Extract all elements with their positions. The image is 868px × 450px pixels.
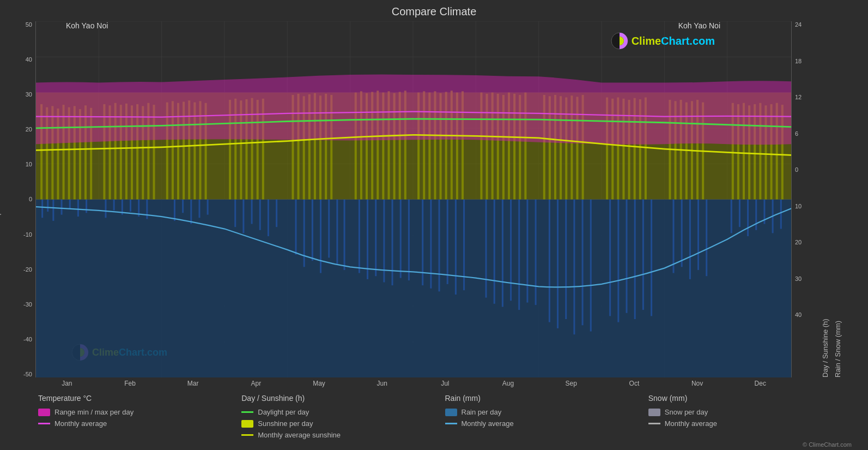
svg-rect-83 — [582, 200, 584, 326]
y-tick-30: 30 — [26, 91, 32, 98]
legend-item-temp-avg: Monthly average — [38, 419, 241, 428]
y-tick-40: 40 — [26, 56, 32, 63]
svg-rect-30 — [52, 200, 54, 221]
svg-rect-42 — [182, 200, 184, 213]
legend-label-daylight: Daylight per day — [258, 408, 309, 416]
svg-rect-38 — [130, 200, 131, 212]
svg-rect-75 — [510, 200, 512, 301]
svg-rect-80 — [557, 200, 559, 328]
svg-rect-68 — [439, 200, 440, 292]
chart-title: Compare Climate — [5, 5, 863, 18]
chart-wrapper: Temperature °C 50 40 30 20 10 0 -10 -20 … — [5, 21, 863, 387]
svg-rect-88 — [634, 200, 636, 320]
legend-title-snow: Snow (mm) — [648, 394, 852, 403]
legend-line-snow-avg — [648, 423, 660, 424]
legend-label-sunshine: Sunshine per day — [258, 419, 313, 428]
svg-rect-72 — [485, 200, 487, 298]
legend-line-temp-avg — [38, 423, 50, 424]
chart-inner: Koh Yao Noi Koh Yao Noi ClimeChart.com — [35, 21, 792, 377]
y-tick-m40: -40 — [23, 336, 32, 343]
svg-rect-56 — [328, 200, 330, 258]
month-oct: Oct — [603, 377, 666, 387]
svg-rect-87 — [626, 200, 627, 313]
svg-rect-47 — [242, 200, 244, 233]
month-jun: Jun — [350, 377, 414, 387]
svg-rect-64 — [400, 200, 402, 278]
legend-label-sunshine-avg: Monthly average sunshine — [258, 431, 341, 439]
svg-rect-45 — [207, 200, 209, 215]
svg-rect-84 — [590, 200, 592, 332]
y-tick-r40: 40 — [795, 311, 819, 318]
svg-rect-74 — [502, 200, 503, 307]
y-tick-r20: 20 — [795, 239, 819, 245]
month-feb: Feb — [99, 377, 162, 387]
month-jan: Jan — [35, 377, 99, 387]
legend-label-snow-avg: Monthly average — [665, 419, 717, 428]
month-mar: Mar — [161, 377, 224, 387]
svg-rect-57 — [336, 200, 338, 264]
svg-rect-34 — [86, 200, 87, 213]
x-axis-row: Jan Feb Mar Apr May Jun Jul Aug Sep Oct … — [35, 377, 792, 387]
y-axis-right-label1: Day / Sunshine (h) — [819, 21, 831, 377]
svg-rect-58 — [344, 200, 345, 270]
svg-rect-40 — [146, 200, 148, 219]
svg-rect-41 — [174, 200, 175, 221]
y-axis-left-label: Temperature °C — [0, 178, 1, 228]
svg-rect-35 — [105, 200, 106, 218]
chart-svg — [36, 21, 791, 377]
svg-rect-28 — [41, 200, 43, 218]
y-tick-r18: 18 — [795, 58, 819, 64]
svg-rect-96 — [731, 200, 732, 233]
svg-rect-49 — [259, 200, 261, 230]
svg-rect-78 — [535, 200, 537, 305]
svg-rect-29 — [47, 200, 48, 212]
svg-rect-32 — [69, 200, 71, 209]
svg-rect-94 — [697, 200, 699, 270]
svg-rect-52 — [295, 200, 296, 255]
svg-rect-86 — [617, 200, 619, 322]
svg-rect-33 — [77, 200, 79, 217]
svg-rect-51 — [276, 200, 277, 227]
legend-line-daylight — [241, 411, 253, 413]
svg-rect-95 — [706, 200, 707, 277]
y-axis-right-container: 24 18 12 6 0 10 20 30 40 Day / Sunshine … — [792, 21, 863, 377]
legend-area: Temperature °C Range min / max per day M… — [5, 387, 863, 441]
legend-label-snow-per-day: Snow per day — [665, 408, 708, 416]
svg-rect-92 — [681, 200, 683, 267]
y-tick-m30: -30 — [23, 301, 32, 308]
month-jul: Jul — [414, 377, 477, 387]
legend-item-sunshine-bar: Sunshine per day — [241, 419, 445, 428]
y-tick-0: 0 — [29, 196, 32, 202]
svg-rect-98 — [747, 200, 749, 237]
month-may: May — [288, 377, 351, 387]
svg-rect-81 — [565, 200, 567, 320]
svg-rect-60 — [367, 200, 368, 279]
y-tick-r24: 24 — [795, 21, 819, 28]
legend-swatch-temp-range — [38, 409, 50, 416]
legend-swatch-snow — [648, 409, 660, 416]
y-axis-right-label2: Rain / Snow (mm) — [831, 21, 844, 377]
svg-rect-44 — [198, 200, 200, 218]
month-sep: Sep — [539, 377, 603, 387]
month-nov: Nov — [666, 377, 729, 387]
chart-row: Temperature °C 50 40 30 20 10 0 -10 -20 … — [5, 21, 863, 377]
svg-rect-59 — [359, 200, 360, 273]
month-dec: Dec — [729, 377, 792, 387]
y-axis-left: Temperature °C 50 40 30 20 10 0 -10 -20 … — [5, 21, 35, 377]
legend-label-rain: Rain per day — [462, 408, 502, 416]
svg-rect-90 — [651, 200, 652, 316]
legend-section-rain: Rain (mm) Rain per day Monthly average — [445, 394, 648, 439]
svg-rect-79 — [549, 200, 550, 322]
legend-title-rain: Rain (mm) — [445, 394, 648, 403]
legend-item-snow-avg: Monthly average — [648, 419, 852, 428]
svg-rect-99 — [755, 200, 757, 230]
legend-label-rain-avg: Monthly average — [462, 419, 514, 428]
y-tick-20: 20 — [26, 126, 32, 133]
svg-rect-63 — [392, 200, 393, 286]
svg-rect-85 — [609, 200, 611, 316]
legend-item-sunshine-avg: Monthly average sunshine — [241, 431, 445, 439]
page-container: Compare Climate Temperature °C 50 40 30 … — [0, 0, 868, 450]
legend-item-rain-avg: Monthly average — [445, 419, 648, 428]
legend-item-rain-bar: Rain per day — [445, 408, 648, 416]
svg-rect-31 — [61, 200, 63, 215]
